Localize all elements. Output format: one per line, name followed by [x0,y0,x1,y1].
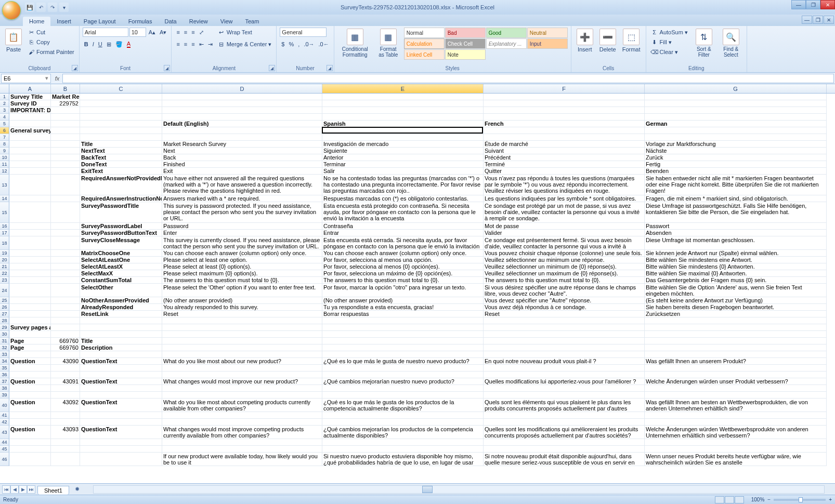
cell-D25[interactable]: (No other answer provided) [162,297,322,304]
style-input[interactable]: Input [527,38,568,49]
cell-F21[interactable]: Veuillez sélectionner un minimum de {0} … [484,263,645,270]
cell-D39[interactable] [162,392,322,399]
select-all-corner[interactable] [0,84,9,93]
cell-A10[interactable] [9,154,51,161]
cell-D18[interactable]: This survey is currently closed. If you … [162,236,322,250]
row-header-7[interactable]: 7 [0,134,9,141]
cell-D24[interactable]: Please select the 'Other' option if you … [162,284,322,297]
font-name-select[interactable] [83,28,128,37]
fill-button[interactable]: ⬇Fill ▾ [649,37,689,47]
cell-B41[interactable] [51,412,80,419]
cell-D7[interactable] [162,134,322,141]
cell-D22[interactable]: Please select maximum {0} option(s). [162,270,322,277]
row-header-35[interactable]: 35 [0,365,9,372]
sheet-nav-prev[interactable]: ◀ [10,485,19,494]
cell-F43[interactable]: Quelles sont les modifications qui améli… [484,426,645,439]
cell-E21[interactable]: Por favor, selecciona al menos {0} opció… [322,263,484,270]
format-cells-button[interactable]: ⬚Format [620,28,643,54]
cell-E22[interactable]: Por favor, selecciona un máximo de {0} o… [322,270,484,277]
cell-C42[interactable] [80,419,162,426]
row-header-33[interactable]: 33 [0,351,9,358]
cell-B7[interactable] [51,134,80,141]
cell-C2[interactable] [80,100,162,107]
cell-A28[interactable] [9,317,51,324]
close-button[interactable]: ✕ [820,0,835,9]
cell-E9[interactable]: Siguiente [322,148,484,154]
cell-E27[interactable]: Borrar respuestas [322,311,484,317]
row-header-24[interactable]: 24 [0,284,9,297]
cell-G17[interactable]: Absenden [645,230,827,236]
cell-C46[interactable] [80,453,162,466]
cell-E20[interactable]: Por favor, selecciona al menos una opció… [322,257,484,263]
cell-B6[interactable] [51,127,80,134]
cell-G21[interactable]: Bitte wählen Sie mindestens {0} Antworte… [645,263,827,270]
cell-G35[interactable] [645,365,827,372]
cell-C37[interactable]: QuestionText [80,378,162,385]
cell-C22[interactable]: SelectMaxX [80,270,162,277]
cell-F30[interactable] [484,331,645,338]
cell-G19[interactable]: Sie können jede Antwort nur (Spalte) ein… [645,250,827,257]
cell-C17[interactable]: SurveyPasswordButtonText [80,230,162,236]
sheet-nav-last[interactable]: ⏭ [27,485,35,494]
cell-A14[interactable] [9,195,51,202]
zoom-slider-thumb[interactable] [799,497,803,502]
cell-E7[interactable] [322,134,484,141]
view-page-break-button[interactable] [735,496,744,503]
cell-C5[interactable] [80,121,162,127]
cell-B33[interactable] [51,351,80,358]
cell-D9[interactable]: Next [162,148,322,154]
style-bad[interactable]: Bad [445,28,486,38]
cell-D33[interactable] [162,351,322,358]
cell-D19[interactable]: You can choose each answer (column optio… [162,250,322,257]
cell-A12[interactable] [9,168,51,175]
cell-A19[interactable] [9,250,51,257]
decrease-indent-button[interactable]: ⇤ [198,39,205,49]
cell-E15[interactable]: Esta encuesta está protegido con contras… [322,202,484,223]
cell-A7[interactable] [9,134,51,141]
cell-C25[interactable]: NoOtherAnswerProvided [80,297,162,304]
cell-C13[interactable]: RequiredAnswerNotProvidedMessage [80,175,162,195]
tab-insert[interactable]: Insert [50,17,77,26]
align-left-button[interactable]: ≡ [175,39,181,49]
cell-F34[interactable]: En quoi notre nouveau produit vous plait… [484,358,645,365]
cell-C3[interactable] [80,107,162,114]
cell-E5[interactable]: Spanish [322,121,484,127]
formula-bar[interactable] [62,74,834,83]
zoom-level[interactable]: 100% [751,497,765,502]
cell-A3[interactable]: IMPORTANT: Do not modify the format of t… [9,107,51,114]
row-header-1[interactable]: 1 [0,94,9,100]
cell-E28[interactable] [322,317,484,324]
cell-G33[interactable] [645,351,827,358]
cell-B23[interactable] [51,277,80,284]
cell-A2[interactable]: Survey ID [9,100,51,107]
cell-A17[interactable] [9,230,51,236]
cell-styles-gallery[interactable]: Normal Bad Good Neutral Calculation Chec… [404,28,568,60]
cell-D40[interactable]: What do you like most about competing pr… [162,399,322,412]
row-header-19[interactable]: 19 [0,250,9,257]
cell-B30[interactable] [51,331,80,338]
cell-B17[interactable] [51,230,80,236]
cell-D5[interactable]: Default (English) [162,121,322,127]
cell-G25[interactable]: (Es steht keine andere Antwort zur Verfü… [645,297,827,304]
row-header-9[interactable]: 9 [0,148,9,154]
cell-E25[interactable]: (No other answer provided) [322,297,484,304]
cell-E35[interactable] [322,365,484,372]
cell-G9[interactable]: Nächste [645,148,827,154]
cell-D28[interactable] [162,317,322,324]
cell-A5[interactable] [9,121,51,127]
cell-A20[interactable] [9,257,51,263]
cell-C21[interactable]: SelectAtLeastX [80,263,162,270]
cell-C30[interactable] [80,331,162,338]
row-header-39[interactable]: 39 [0,392,9,399]
row-header-25[interactable]: 25 [0,297,9,304]
cell-F44[interactable] [484,439,645,446]
row-header-45[interactable]: 45 [0,446,9,453]
cell-G31[interactable] [645,338,827,344]
bold-button[interactable]: B [83,39,90,49]
cell-B40[interactable]: 43092 [51,399,80,412]
cell-C16[interactable]: SurveyPasswordLabel [80,223,162,230]
col-header-F[interactable]: F [484,84,645,93]
cell-G46[interactable]: Wenn unser neues Produkt bereits heute v… [645,453,827,466]
currency-button[interactable]: $ [280,39,286,49]
tab-data[interactable]: Data [158,17,182,26]
